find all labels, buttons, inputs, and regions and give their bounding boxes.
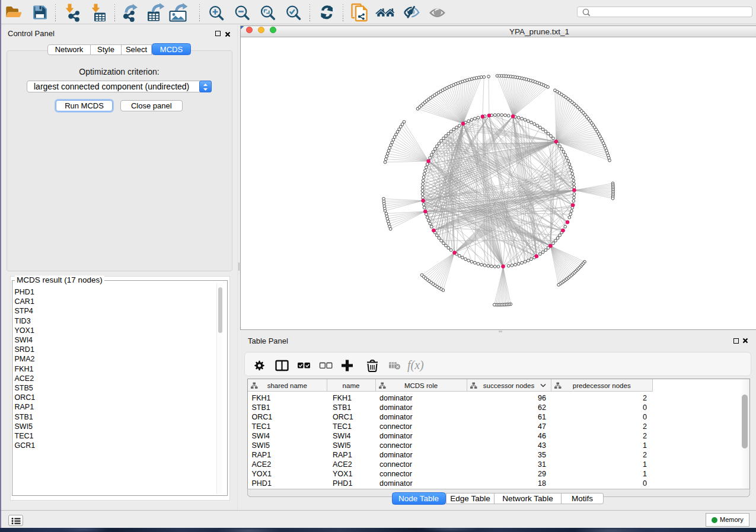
svg-text:f(x): f(x) bbox=[407, 358, 424, 372]
